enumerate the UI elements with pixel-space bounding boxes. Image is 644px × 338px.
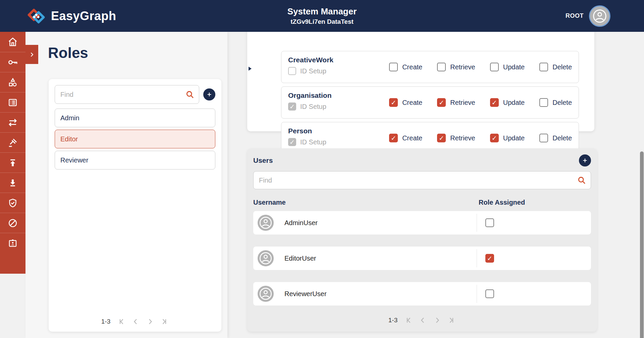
delete-label: Delete — [552, 134, 572, 142]
sidebar-item-accounts[interactable] — [0, 233, 25, 253]
update-label: Update — [503, 134, 525, 142]
roles-next-page-button[interactable] — [145, 317, 155, 326]
sidebar-item-blocked[interactable] — [0, 213, 25, 233]
sidebar-item-transfer[interactable] — [0, 112, 25, 132]
user-avatar — [258, 250, 274, 266]
list-icon — [8, 97, 18, 108]
roles-search-input[interactable] — [55, 85, 199, 104]
sidebar-item-roles[interactable] — [0, 52, 25, 72]
roles-panel: Roles Admin Editor Reviewer — [25, 32, 227, 338]
users-search-input[interactable] — [253, 171, 591, 189]
sidebar-item-home[interactable] — [0, 32, 25, 52]
swap-arrows-icon — [7, 117, 18, 128]
user-avatar — [258, 286, 274, 302]
permissions-card: CreativeWork ID Setup Create Retrieve Up… — [247, 32, 594, 131]
retrieve-checkbox[interactable] — [437, 134, 446, 142]
person-icon — [592, 9, 607, 23]
sidebar-item-download[interactable] — [0, 173, 25, 193]
home-icon — [8, 37, 18, 47]
roles-first-page-button[interactable] — [117, 317, 126, 326]
users-card: Users Username Role Assigned — [247, 148, 597, 332]
sidebar-nav — [0, 32, 25, 274]
chevron-right-icon — [29, 51, 35, 58]
download-icon — [8, 178, 17, 188]
app-header: EasyGraph System Manager tZGv9Li7en Data… — [0, 0, 644, 32]
prev-page-icon — [132, 318, 140, 326]
user-row-editoruser: EditorUser — [253, 247, 591, 270]
user-row-revieweruser: ReviewerUser — [253, 282, 591, 306]
role-item-reviewer[interactable]: Reviewer — [55, 151, 215, 170]
update-checkbox[interactable] — [490, 63, 499, 71]
column-header-username: Username — [253, 199, 286, 206]
user-name: AdminUser — [284, 219, 318, 227]
update-checkbox[interactable] — [490, 134, 499, 142]
id-setup-label: ID Setup — [300, 103, 326, 111]
column-divider — [477, 214, 477, 232]
sidebar-item-shapes[interactable] — [0, 72, 25, 92]
roles-last-page-button[interactable] — [159, 317, 169, 326]
create-label: Create — [402, 134, 422, 142]
key-icon — [7, 57, 18, 68]
upload-icon — [8, 158, 17, 167]
retrieve-checkbox[interactable] — [437, 98, 446, 107]
search-icon — [185, 90, 195, 99]
update-label: Update — [503, 99, 525, 107]
users-last-page-button[interactable] — [446, 316, 456, 325]
create-checkbox[interactable] — [389, 98, 398, 107]
id-setup-label: ID Setup — [300, 138, 326, 146]
role-assigned-checkbox[interactable] — [485, 254, 494, 263]
column-divider — [477, 249, 477, 267]
id-setup-checkbox — [288, 67, 296, 75]
user-avatar[interactable] — [589, 5, 610, 27]
delete-label: Delete — [552, 99, 572, 107]
column-header-role-assigned: Role Assigned — [479, 199, 525, 206]
users-prev-page-button[interactable] — [418, 316, 428, 325]
add-user-button[interactable] — [579, 154, 591, 166]
user-name: ReviewerUser — [284, 290, 327, 298]
role-item-editor[interactable]: Editor — [55, 130, 215, 148]
delete-label: Delete — [552, 63, 572, 71]
add-role-button[interactable] — [203, 88, 215, 100]
first-page-icon — [118, 318, 126, 326]
next-page-icon — [433, 316, 441, 324]
page-title: Roles — [48, 45, 88, 61]
next-page-icon — [146, 318, 154, 326]
column-divider — [477, 285, 477, 303]
sidebar-item-records[interactable] — [0, 92, 25, 112]
roles-pagination: 1-3 — [49, 317, 221, 326]
ban-icon — [8, 218, 18, 228]
sidebar-item-upload[interactable] — [0, 152, 25, 173]
dataset-subtitle: tZGv9Li7en DataTest — [290, 18, 354, 25]
retrieve-label: Retrieve — [450, 134, 475, 142]
vertical-scrollbar-thumb[interactable] — [640, 151, 644, 338]
create-checkbox[interactable] — [389, 134, 398, 142]
id-badge-icon — [8, 238, 18, 248]
user-role-label: ROOT — [566, 12, 584, 19]
retrieve-label: Retrieve — [450, 99, 475, 107]
update-checkbox[interactable] — [490, 98, 499, 107]
header-titles: System Manager tZGv9Li7en DataTest — [0, 0, 644, 32]
role-assigned-checkbox[interactable] — [485, 218, 494, 227]
roles-prev-page-button[interactable] — [131, 317, 141, 326]
role-assigned-checkbox[interactable] — [485, 289, 494, 298]
user-avatar — [258, 215, 274, 231]
plus-icon — [582, 157, 588, 164]
sidebar-expand-tab[interactable] — [25, 45, 38, 64]
shield-check-icon — [8, 198, 18, 208]
role-item-admin[interactable]: Admin — [55, 109, 215, 127]
person-icon — [259, 216, 272, 229]
shapes-icon — [8, 77, 18, 87]
retrieve-checkbox[interactable] — [437, 63, 446, 71]
expand-row-arrow-icon[interactable] — [249, 67, 252, 71]
delete-checkbox[interactable] — [539, 134, 548, 142]
gavel-icon — [8, 138, 18, 148]
person-icon — [259, 252, 272, 265]
create-checkbox[interactable] — [389, 63, 398, 71]
users-first-page-button[interactable] — [404, 316, 414, 325]
sidebar-item-build[interactable] — [0, 132, 25, 152]
delete-checkbox[interactable] — [539, 98, 548, 107]
delete-checkbox[interactable] — [539, 63, 548, 71]
sidebar-item-security[interactable] — [0, 193, 25, 213]
users-next-page-button[interactable] — [432, 316, 442, 325]
permission-row-creativework: CreativeWork ID Setup Create Retrieve Up… — [281, 51, 579, 83]
